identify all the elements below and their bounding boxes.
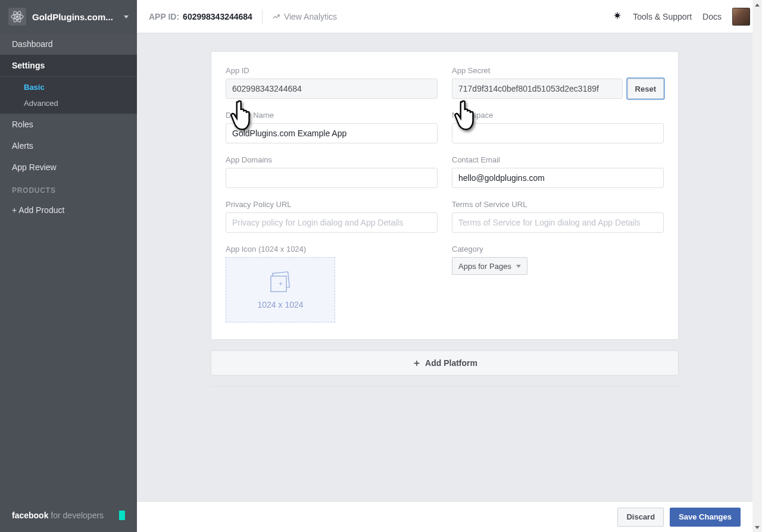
- privacy-url-label: Privacy Policy URL: [226, 200, 438, 209]
- app-selector[interactable]: GoldPlugins.com...: [0, 0, 137, 33]
- app-id-field[interactable]: [226, 79, 438, 99]
- app-icon-hint: 1024 x 1024: [257, 300, 303, 309]
- namespace-label: Namespace: [452, 111, 664, 120]
- main-content: App ID App Secret Reset Display Name Nam…: [137, 33, 752, 501]
- sidebar: GoldPlugins.com... Dashboard Settings Ba…: [0, 0, 137, 532]
- scroll-up-button[interactable]: [752, 0, 762, 10]
- display-name-field[interactable]: [226, 123, 438, 143]
- tos-url-label: Terms of Service URL: [452, 200, 664, 209]
- save-button[interactable]: Save Changes: [670, 508, 741, 527]
- discard-button[interactable]: Discard: [617, 508, 664, 527]
- svg-point-4: [616, 14, 620, 18]
- nav-alerts[interactable]: Alerts: [0, 135, 137, 157]
- nav-settings-children: Basic Advanced: [0, 76, 137, 114]
- reset-secret-button[interactable]: Reset: [627, 79, 664, 99]
- nav-add-product[interactable]: + Add Product: [0, 199, 137, 221]
- settings-card: App ID App Secret Reset Display Name Nam…: [211, 51, 679, 340]
- topbar: APP ID: 602998343244684 View Analytics T…: [137, 0, 762, 33]
- brand-light: for developers: [48, 511, 104, 520]
- chevron-down-icon: [124, 15, 129, 18]
- facebook-brand: facebook for developers: [12, 511, 104, 520]
- app-id-value: 602998343244684: [183, 12, 252, 21]
- app-name: GoldPlugins.com...: [32, 12, 120, 22]
- bug-icon[interactable]: [613, 11, 622, 22]
- sidebar-footer: facebook for developers: [0, 505, 137, 526]
- namespace-field[interactable]: [452, 123, 664, 143]
- app-icon-upload[interactable]: + 1024 x 1024: [226, 257, 335, 323]
- scroll-down-button[interactable]: [752, 522, 762, 532]
- nav-settings-advanced[interactable]: Advanced: [0, 95, 137, 111]
- app-icon-label: App Icon (1024 x 1024): [226, 245, 438, 254]
- image-placeholder-icon: +: [266, 270, 295, 294]
- plus-icon: ＋: [412, 357, 421, 370]
- docs-link[interactable]: Docs: [702, 12, 722, 21]
- view-analytics-link[interactable]: View Analytics: [272, 12, 337, 21]
- avatar[interactable]: [732, 8, 750, 26]
- analytics-icon: [272, 12, 280, 21]
- analytics-label: View Analytics: [284, 12, 337, 21]
- app-secret-field[interactable]: [452, 79, 623, 99]
- chevron-down-icon: [516, 265, 521, 268]
- nav-app-review[interactable]: App Review: [0, 157, 137, 178]
- category-label: Category: [452, 245, 664, 254]
- svg-point-3: [16, 15, 18, 17]
- savebar: Discard Save Changes: [137, 501, 752, 532]
- nav-settings-basic[interactable]: Basic: [0, 79, 137, 95]
- app-logo-icon: [8, 8, 26, 26]
- app-domains-label: App Domains: [226, 155, 438, 164]
- category-value: Apps for Pages: [458, 262, 511, 271]
- tos-url-field[interactable]: [452, 212, 664, 233]
- products-header: PRODUCTS: [0, 178, 137, 199]
- nav-roles[interactable]: Roles: [0, 114, 137, 135]
- brand-bold: facebook: [12, 511, 48, 520]
- display-name-label: Display Name: [226, 111, 438, 120]
- divider: [262, 10, 263, 24]
- tools-support-link[interactable]: Tools & Support: [633, 12, 692, 21]
- privacy-url-field[interactable]: [226, 212, 438, 233]
- app-id-field-label: App ID: [226, 66, 438, 75]
- contact-email-label: Contact Email: [452, 155, 664, 164]
- category-select[interactable]: Apps for Pages: [452, 257, 527, 275]
- scrollbar[interactable]: [752, 0, 762, 532]
- add-platform-button[interactable]: ＋ Add Platform: [211, 351, 679, 375]
- nav-settings[interactable]: Settings: [0, 55, 137, 76]
- app-secret-field-label: App Secret: [452, 66, 664, 75]
- svg-text:+: +: [279, 280, 283, 288]
- contact-email-field[interactable]: [452, 168, 664, 188]
- nav-dashboard[interactable]: Dashboard: [0, 33, 137, 55]
- app-domains-field[interactable]: [226, 168, 438, 188]
- add-platform-label: Add Platform: [425, 358, 477, 368]
- app-id-label: APP ID:: [149, 12, 179, 21]
- divider: [211, 386, 679, 387]
- brand-accent: [119, 511, 125, 520]
